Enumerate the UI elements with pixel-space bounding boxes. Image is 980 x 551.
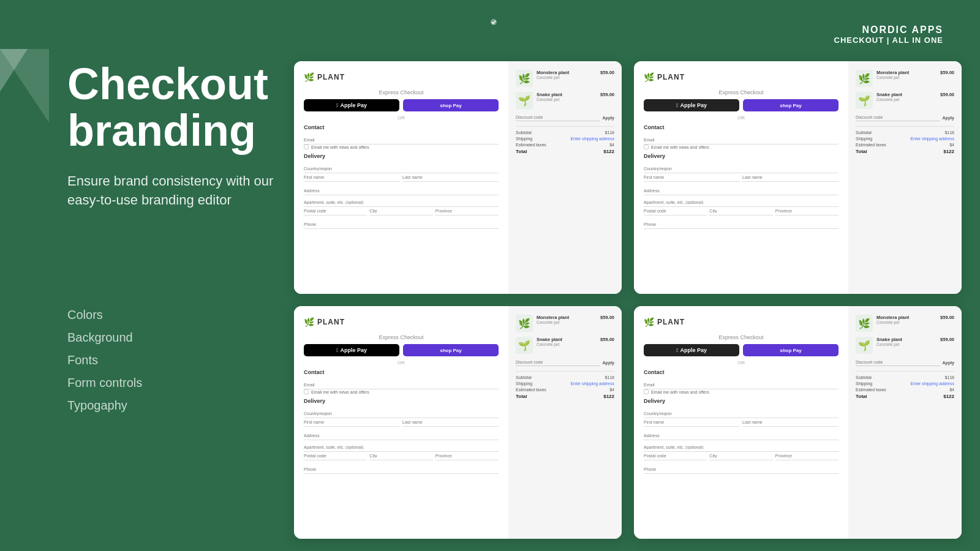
last-name-input-1[interactable] (402, 173, 499, 182)
postal-input-1[interactable] (304, 207, 367, 216)
svg-point-2 (491, 19, 497, 25)
last-name-input-3[interactable] (402, 418, 499, 427)
shop-pay-btn-3[interactable]: shop Pay (403, 344, 499, 356)
apple-pay-btn-2[interactable]:  Apple Pay (644, 99, 739, 111)
email-input-1[interactable] (304, 136, 499, 144)
last-name-input-2[interactable] (742, 173, 839, 182)
payment-buttons-4:  Apple Pay shop Pay (644, 344, 839, 356)
postal-input-2[interactable] (644, 207, 707, 216)
postal-input-3[interactable] (304, 452, 367, 460)
apt-input-4[interactable] (644, 443, 839, 452)
first-name-input-4[interactable] (644, 418, 740, 427)
product-item-3-2: 🌱 Snake plant Concrete pot $59.00 (516, 337, 614, 354)
shop-pay-btn-4[interactable]: shop Pay (743, 344, 839, 356)
apple-pay-btn-3[interactable]:  Apple Pay (304, 344, 399, 356)
apple-pay-btn-1[interactable]:  Apple Pay (304, 99, 399, 111)
phone-input-4[interactable] (644, 465, 839, 474)
first-name-input-1[interactable] (304, 173, 400, 182)
product-info-3-1: Monstera plant Concrete pot (537, 315, 597, 324)
product-variant-4-1: Concrete pot (876, 320, 937, 324)
delivery-label-4: Delivery (644, 398, 839, 404)
country-input-4[interactable] (644, 410, 839, 418)
plant-logo-3: 🌿 PLANT (304, 317, 499, 327)
discount-input-1[interactable] (516, 114, 600, 121)
delivery-label-3: Delivery (304, 398, 499, 404)
nav-item-typography[interactable]: Typogaphy (67, 399, 300, 413)
nav-item-fonts[interactable]: Fonts (67, 353, 300, 367)
newsletter-checkbox-1[interactable] (304, 144, 309, 149)
newsletter-row-2: Email me with news and offers (644, 144, 839, 149)
taxes-row-2: Estimated taxes $4 (856, 143, 954, 147)
apple-pay-btn-4[interactable]:  Apple Pay (644, 344, 739, 356)
province-input-1[interactable] (435, 207, 499, 216)
newsletter-checkbox-4[interactable] (644, 389, 649, 394)
name-row-1 (304, 173, 499, 182)
product-info-1-1: Monstera plant Concrete pot (537, 70, 597, 80)
apt-input-3[interactable] (304, 443, 499, 452)
postal-row-2 (644, 207, 839, 216)
product-thumb-1-1: 🌿 (516, 70, 533, 87)
product-thumb-3-1: 🌿 (516, 315, 533, 332)
shop-pay-btn-1[interactable]: shop Pay (403, 99, 499, 111)
country-input-2[interactable] (644, 165, 839, 173)
product-info-4-2: Snake plant Concrete pot (876, 337, 937, 347)
shop-pay-btn-2[interactable]: shop Pay (743, 99, 839, 111)
discount-input-3[interactable] (516, 359, 600, 366)
shipping-row-2: Shipping Enter shipping address (856, 137, 954, 141)
product-variant-4-2: Concrete pot (876, 342, 937, 347)
checkout-summary-4: 🌿 Monstera plant Concrete pot $59.00 🌱 S… (848, 306, 962, 539)
apt-input-2[interactable] (644, 198, 839, 207)
discount-input-4[interactable] (856, 359, 940, 366)
product-variant-2-1: Concrete pot (876, 75, 937, 80)
logo-text-2: PLANT (657, 73, 685, 81)
postal-input-4[interactable] (644, 452, 707, 460)
province-input-4[interactable] (775, 452, 839, 460)
address-input-4[interactable] (644, 432, 839, 440)
city-input-2[interactable] (709, 207, 772, 216)
product-thumb-2-1: 🌿 (856, 70, 873, 87)
leaf-icon-4: 🌿 (644, 317, 654, 327)
apply-btn-3[interactable]: Apply (603, 361, 614, 365)
city-input-3[interactable] (369, 452, 432, 460)
screenshots-grid: 🌿 PLANT Express Checkout  Apple Pay sho… (294, 61, 962, 539)
or-divider-1: OR (304, 115, 499, 121)
province-input-3[interactable] (435, 452, 499, 460)
address-input-1[interactable] (304, 187, 499, 195)
phone-input-2[interactable] (644, 220, 839, 229)
nav-item-background[interactable]: Background (67, 331, 300, 345)
city-input-1[interactable] (369, 207, 432, 216)
newsletter-checkbox-2[interactable] (644, 144, 649, 149)
checkout-form-3: 🌿 PLANT Express Checkout  Apple Pay sho… (294, 306, 508, 539)
apply-btn-2[interactable]: Apply (943, 116, 954, 120)
first-name-input-2[interactable] (644, 173, 740, 182)
discount-input-2[interactable] (856, 114, 940, 121)
country-input-1[interactable] (304, 165, 499, 173)
city-input-4[interactable] (709, 452, 772, 460)
nav-item-form-controls[interactable]: Form controls (67, 376, 300, 390)
first-name-input-3[interactable] (304, 418, 400, 427)
name-row-4 (644, 418, 839, 427)
product-price-3-1: $59.00 (600, 315, 614, 320)
apply-btn-4[interactable]: Apply (943, 361, 954, 365)
product-price-3-2: $59.00 (600, 337, 614, 342)
product-thumb-1-2: 🌱 (516, 92, 533, 109)
email-input-4[interactable] (644, 381, 839, 389)
product-info-2-2: Snake plant Concrete pot (876, 92, 937, 102)
phone-input-3[interactable] (304, 465, 499, 474)
country-input-3[interactable] (304, 410, 499, 418)
apply-btn-1[interactable]: Apply (603, 116, 614, 120)
nav-item-colors[interactable]: Colors (67, 308, 300, 322)
email-input-2[interactable] (644, 136, 839, 144)
province-input-2[interactable] (775, 207, 839, 216)
apt-input-1[interactable] (304, 198, 499, 207)
address-input-3[interactable] (304, 432, 499, 440)
product-item-4-2: 🌱 Snake plant Concrete pot $59.00 (856, 337, 954, 354)
last-name-input-4[interactable] (742, 418, 839, 427)
product-price-4-2: $59.00 (940, 337, 954, 342)
phone-input-1[interactable] (304, 220, 499, 229)
address-input-2[interactable] (644, 187, 839, 195)
email-input-3[interactable] (304, 381, 499, 389)
product-name-4-1: Monstera plant (876, 315, 937, 320)
newsletter-checkbox-3[interactable] (304, 389, 309, 394)
contact-label-2: Contact (644, 124, 839, 130)
